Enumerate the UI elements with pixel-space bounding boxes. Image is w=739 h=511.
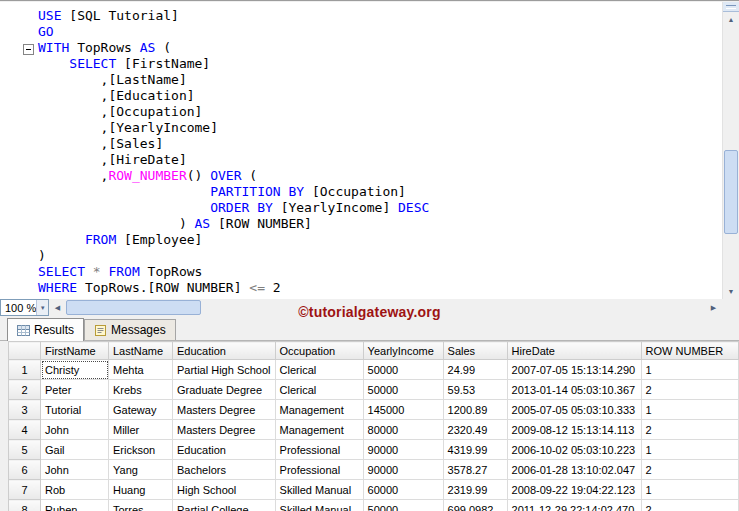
grid-cell[interactable]: Ruben xyxy=(41,500,109,511)
tab-results[interactable]: Results xyxy=(7,318,84,341)
grid-cell[interactable]: Partial High School xyxy=(173,360,276,380)
collapse-minus-icon[interactable] xyxy=(23,44,34,55)
zoom-dropdown[interactable]: 100 % ▼ xyxy=(0,299,49,316)
row-header[interactable]: 5 xyxy=(9,440,41,460)
grid-cell[interactable]: 2 xyxy=(641,420,738,440)
grid-cell[interactable]: 2 xyxy=(641,380,738,400)
horizontal-scroll-track[interactable] xyxy=(66,299,705,316)
column-header[interactable]: Sales xyxy=(443,342,507,360)
grid-cell[interactable]: Peter xyxy=(41,380,109,400)
grid-cell[interactable]: 4319.99 xyxy=(443,440,507,460)
grid-cell[interactable]: Gateway xyxy=(109,400,173,420)
grid-cell[interactable]: 1200.89 xyxy=(443,400,507,420)
grid-cell[interactable]: 2008-09-22 19:04:22.123 xyxy=(507,480,641,500)
grid-cell[interactable]: 2319.99 xyxy=(443,480,507,500)
grid-cell[interactable]: 50000 xyxy=(363,500,443,511)
grid-cell[interactable]: 59.53 xyxy=(443,380,507,400)
grid-cell[interactable]: 2007-07-05 15:13:14.290 xyxy=(507,360,641,380)
grid-cell[interactable]: 2006-10-02 05:03:10.223 xyxy=(507,440,641,460)
grid-cell[interactable]: Torres xyxy=(109,500,173,511)
grid-cell[interactable]: Partial College xyxy=(173,500,276,511)
row-header[interactable]: 3 xyxy=(9,400,41,420)
row-header[interactable]: 2 xyxy=(9,380,41,400)
grid-cell[interactable]: John xyxy=(41,420,109,440)
grid-cell[interactable]: Erickson xyxy=(109,440,173,460)
grid-cell[interactable]: Christy xyxy=(41,360,109,380)
grid-cell[interactable]: 1 xyxy=(641,360,738,380)
scroll-left-icon[interactable]: ◀ xyxy=(49,299,66,316)
grid-cell[interactable]: 90000 xyxy=(363,460,443,480)
grid-corner[interactable] xyxy=(9,342,41,360)
code-lines[interactable]: USE [SQL Tutorial]GOWITH TopRows AS ( SE… xyxy=(38,8,429,296)
grid-cell[interactable]: 2011-12-29 22:14:02.470 xyxy=(507,500,641,511)
grid-cell[interactable]: Management xyxy=(275,400,363,420)
dropdown-arrow-icon[interactable]: ▼ xyxy=(36,300,48,315)
grid-cell[interactable]: Clerical xyxy=(275,360,363,380)
column-header[interactable]: HireDate xyxy=(507,342,641,360)
vertical-scroll-track[interactable] xyxy=(723,26,739,284)
grid-cell[interactable]: 90000 xyxy=(363,440,443,460)
grid-cell[interactable]: 1 xyxy=(641,440,738,460)
grid-cell[interactable]: 50000 xyxy=(363,380,443,400)
grid-cell[interactable]: Education xyxy=(173,440,276,460)
column-header[interactable]: YearlyIncome xyxy=(363,342,443,360)
column-header[interactable]: Education xyxy=(173,342,276,360)
grid-cell[interactable]: 2005-07-05 05:03:10.333 xyxy=(507,400,641,420)
scroll-right-icon[interactable]: ▶ xyxy=(705,299,722,316)
row-header[interactable]: 8 xyxy=(9,500,41,511)
grid-cell[interactable]: John xyxy=(41,460,109,480)
grid-cell[interactable]: High School xyxy=(173,480,276,500)
sql-editor[interactable]: USE [SQL Tutorial]GOWITH TopRows AS ( SE… xyxy=(0,2,739,299)
grid-cell[interactable]: 2 xyxy=(641,460,738,480)
grid-cell[interactable]: 3578.27 xyxy=(443,460,507,480)
grid-cell[interactable]: 50000 xyxy=(363,360,443,380)
scrollbar-corner xyxy=(722,299,739,316)
horizontal-scroll-thumb[interactable] xyxy=(66,300,201,315)
tab-messages[interactable]: Messages xyxy=(84,319,176,340)
row-header[interactable]: 6 xyxy=(9,460,41,480)
grid-cell[interactable]: Mehta xyxy=(109,360,173,380)
grid-cell[interactable]: Management xyxy=(275,420,363,440)
grid-cell[interactable]: Professional xyxy=(275,460,363,480)
grid-cell[interactable]: 2009-08-12 15:13:14.113 xyxy=(507,420,641,440)
grid-cell[interactable]: 60000 xyxy=(363,480,443,500)
grid-cell[interactable]: 2006-01-28 13:10:02.047 xyxy=(507,460,641,480)
grid-cell[interactable]: 24.99 xyxy=(443,360,507,380)
grid-cell[interactable]: Rob xyxy=(41,480,109,500)
splitter-handle-icon[interactable] xyxy=(723,2,739,12)
grid-cell[interactable]: 80000 xyxy=(363,420,443,440)
column-header[interactable]: FirstName xyxy=(41,342,109,360)
grid-cell[interactable]: Clerical xyxy=(275,380,363,400)
grid-cell[interactable]: 1 xyxy=(641,480,738,500)
grid-cell[interactable]: Gail xyxy=(41,440,109,460)
grid-cell[interactable]: Professional xyxy=(275,440,363,460)
grid-cell[interactable]: 2320.49 xyxy=(443,420,507,440)
grid-cell[interactable]: Skilled Manual xyxy=(275,480,363,500)
grid-cell[interactable]: Masters Degree xyxy=(173,400,276,420)
row-header[interactable]: 1 xyxy=(9,360,41,380)
grid-cell[interactable]: Yang xyxy=(109,460,173,480)
column-header[interactable]: LastName xyxy=(109,342,173,360)
grid-cell[interactable]: 145000 xyxy=(363,400,443,420)
row-header[interactable]: 7 xyxy=(9,480,41,500)
column-header[interactable]: ROW NUMBER xyxy=(641,342,738,360)
vertical-scroll-thumb[interactable] xyxy=(724,150,738,234)
column-header[interactable]: Occupation xyxy=(275,342,363,360)
grid-cell[interactable]: Masters Degree xyxy=(173,420,276,440)
grid-cell[interactable]: Graduate Degree xyxy=(173,380,276,400)
grid-cell[interactable]: Miller xyxy=(109,420,173,440)
grid-cell[interactable]: Huang xyxy=(109,480,173,500)
scroll-up-icon[interactable]: ▲ xyxy=(723,12,739,27)
grid-cell[interactable]: Skilled Manual xyxy=(275,500,363,511)
grid-cell[interactable]: Bachelors xyxy=(173,460,276,480)
grid-cell[interactable]: Tutorial xyxy=(41,400,109,420)
grid-cell[interactable]: 1 xyxy=(641,400,738,420)
grid-cell[interactable]: 699.0982 xyxy=(443,500,507,511)
scroll-down-icon[interactable]: ▼ xyxy=(723,284,739,299)
grid-cell[interactable]: 2 xyxy=(641,500,738,511)
grid-cell[interactable]: 2013-01-14 05:03:10.367 xyxy=(507,380,641,400)
results-tabstrip: Results Messages xyxy=(0,316,739,341)
row-header[interactable]: 4 xyxy=(9,420,41,440)
editor-vertical-scrollbar[interactable]: ▲ ▼ xyxy=(722,2,739,299)
grid-cell[interactable]: Krebs xyxy=(109,380,173,400)
